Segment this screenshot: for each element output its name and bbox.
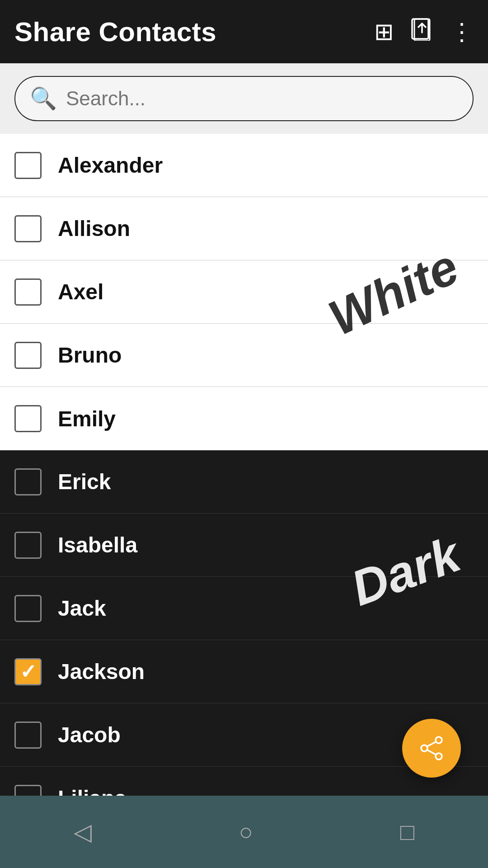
more-options-icon[interactable]: ⋮: [450, 18, 474, 45]
search-input[interactable]: [66, 87, 458, 110]
contact-item-alexander[interactable]: Alexander: [0, 134, 488, 197]
contact-name-erick: Erick: [58, 469, 111, 494]
contact-item-jack[interactable]: Jack: [0, 577, 488, 640]
checkbox-emily[interactable]: [14, 405, 42, 432]
contact-item-allison[interactable]: Allison: [0, 197, 488, 260]
checkbox-allison[interactable]: [14, 215, 42, 242]
contact-item-emily[interactable]: Emily: [0, 387, 488, 450]
share-icon: [419, 736, 444, 761]
svg-point-1: [436, 737, 442, 743]
contact-name-allison: Allison: [58, 216, 130, 241]
contact-name-alexander: Alexander: [58, 153, 163, 178]
app-bar-actions: ⊞ ⋮: [374, 17, 474, 46]
contacts-white-section: White Alexander Allison Axel Bruno Emily: [0, 134, 488, 450]
contact-name-axel: Axel: [58, 279, 103, 304]
contact-name-isabella: Isabella: [58, 533, 137, 557]
contact-item-bruno[interactable]: Bruno: [0, 324, 488, 387]
nav-recent-icon[interactable]: □: [400, 818, 414, 845]
contact-item-jackson[interactable]: Jackson: [0, 640, 488, 703]
svg-point-3: [436, 753, 442, 760]
contact-item-erick[interactable]: Erick: [0, 450, 488, 514]
search-icon: 🔍: [30, 86, 57, 111]
checkbox-bruno[interactable]: [14, 342, 42, 369]
app-title: Share Contacts: [14, 16, 216, 47]
checkbox-erick[interactable]: [14, 468, 42, 495]
checkbox-isabella[interactable]: [14, 532, 42, 559]
contact-item-axel[interactable]: Axel: [0, 260, 488, 324]
search-container: 🔍: [0, 63, 488, 134]
checkbox-jack[interactable]: [14, 595, 42, 622]
checkbox-jacob[interactable]: [14, 722, 42, 749]
contact-item-isabella[interactable]: Isabella: [0, 514, 488, 577]
checkbox-alexander[interactable]: [14, 152, 42, 179]
nav-home-icon[interactable]: ○: [239, 818, 253, 845]
app-bar: Share Contacts ⊞ ⋮: [0, 0, 488, 63]
contact-name-jacob: Jacob: [58, 722, 121, 747]
checkbox-jackson[interactable]: [14, 658, 42, 685]
contact-name-jackson: Jackson: [58, 659, 145, 684]
svg-line-4: [427, 742, 436, 746]
nav-back-icon[interactable]: ◁: [74, 818, 92, 845]
export-icon[interactable]: [410, 17, 434, 46]
contact-name-jack: Jack: [58, 596, 106, 621]
contact-name-emily: Emily: [58, 406, 116, 431]
search-box: 🔍: [14, 76, 474, 121]
nav-bar: ◁ ○ □: [0, 796, 488, 868]
svg-point-2: [421, 745, 427, 751]
svg-line-5: [427, 750, 436, 755]
select-all-icon[interactable]: ⊞: [374, 18, 394, 45]
contact-name-bruno: Bruno: [58, 343, 122, 368]
checkbox-axel[interactable]: [14, 278, 42, 306]
share-fab[interactable]: [402, 719, 461, 778]
